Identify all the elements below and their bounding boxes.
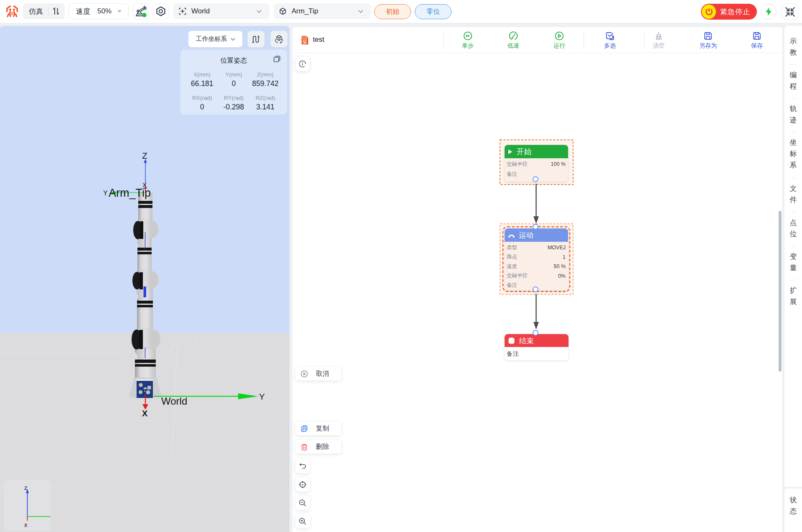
svg-text:Arm_Tip: Arm_Tip	[109, 187, 151, 199]
svg-text:Y: Y	[259, 392, 265, 401]
svg-text:World: World	[161, 395, 187, 407]
svg-text:x: x	[24, 521, 28, 528]
svg-text:z: z	[24, 484, 28, 491]
svg-text:Y: Y	[103, 190, 108, 197]
svg-text:Z: Z	[142, 151, 147, 160]
svg-text:X: X	[142, 409, 148, 418]
